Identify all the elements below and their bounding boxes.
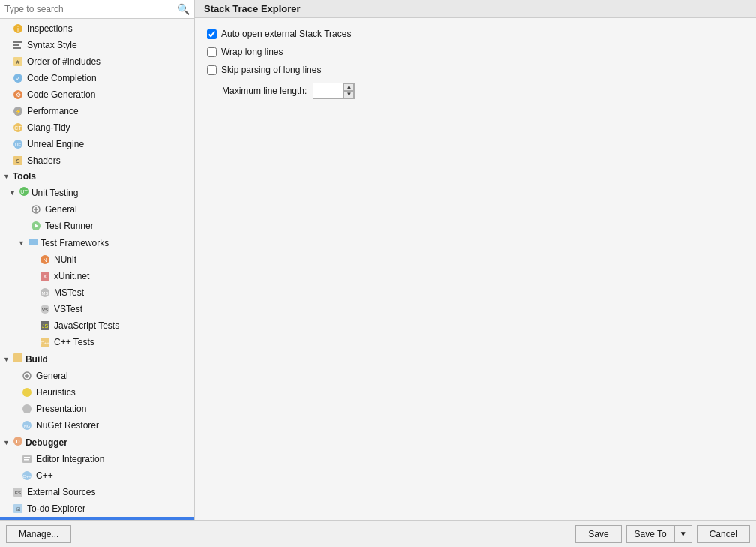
save-to-split: Save To ▼ <box>626 525 692 543</box>
frameworks-icon <box>28 236 38 249</box>
svg-text:C++: C++ <box>40 341 50 345</box>
svg-text:✓: ✓ <box>16 75 21 82</box>
sidebar-item-mstest[interactable]: MS MSTest <box>0 284 194 301</box>
sidebar-item-inspections[interactable]: i Inspections <box>0 20 194 37</box>
unit-testing-icon: UT <box>19 186 29 199</box>
sidebar-item-general-build[interactable]: General <box>0 368 194 384</box>
xunit-label: xUnit.net <box>54 269 191 283</box>
clang-icon: CT <box>12 122 24 134</box>
sidebar-item-vstest[interactable]: VS VSTest <box>0 301 194 317</box>
sidebar-item-nuget-restorer[interactable]: NG NuGet Restorer <box>0 417 194 434</box>
tools-group-label: Tools <box>13 171 36 182</box>
search-box: 🔍 <box>0 0 194 19</box>
sidebar-item-heuristics[interactable]: Heuristics <box>0 384 194 401</box>
completion-icon: ✓ <box>12 72 24 84</box>
svg-text:i: i <box>17 26 19 33</box>
svg-point-43 <box>22 388 32 397</box>
sidebar-item-syntax-style[interactable]: Syntax Style <box>0 37 194 53</box>
heuristics-label: Heuristics <box>36 386 191 399</box>
external-sources-label: External Sources <box>27 485 191 499</box>
manage-button[interactable]: Manage... <box>6 525 71 543</box>
cpp-tests-icon: C++ <box>39 336 51 348</box>
debugger-icon: D <box>13 436 23 449</box>
tree-container[interactable]: i Inspections Syntax Style # Order of #i… <box>0 19 194 520</box>
code-completion-label: Code Completion <box>27 71 191 85</box>
search-input[interactable] <box>4 4 177 14</box>
sidebar-item-clang-tidy[interactable]: CT Clang-Tidy <box>0 119 194 136</box>
max-line-length-spinner[interactable]: 500 ▲ ▼ <box>313 83 355 99</box>
max-line-length-label: Maximum line length: <box>222 86 307 96</box>
wrap-lines-checkbox[interactable] <box>207 47 217 57</box>
svg-text:UE: UE <box>15 143 21 147</box>
svg-text:⚙: ⚙ <box>16 92 21 98</box>
skip-parsing-checkbox[interactable] <box>207 65 217 75</box>
svg-rect-51 <box>24 459 28 461</box>
sidebar-item-code-generation[interactable]: ⚙ Code Generation <box>0 86 194 103</box>
presentation-label: Presentation <box>36 402 191 416</box>
sidebar-item-order-includes[interactable]: # Order of #includes <box>0 53 194 70</box>
save-to-dropdown-button[interactable]: ▼ <box>674 525 692 543</box>
group-unit-testing[interactable]: ▼ UT Unit Testing <box>0 184 194 201</box>
svg-rect-39 <box>14 353 22 362</box>
panel-header: Stack Trace Explorer <box>195 0 756 18</box>
spinner-down-button[interactable]: ▼ <box>344 91 354 98</box>
js-tests-label: JavaScript Tests <box>54 319 191 332</box>
svg-rect-26 <box>28 239 38 245</box>
group-test-frameworks[interactable]: ▼ Test Frameworks <box>0 234 194 251</box>
svg-text:☑: ☑ <box>16 507 20 512</box>
external-sources-icon: ES <box>12 486 24 498</box>
order-includes-label: Order of #includes <box>27 55 191 68</box>
sidebar-item-unreal-engine[interactable]: UE Unreal Engine <box>0 136 194 152</box>
svg-text:D: D <box>16 439 20 444</box>
save-button[interactable]: Save <box>575 525 621 543</box>
presentation-icon <box>21 403 33 415</box>
sidebar-item-performance[interactable]: ⚡ Performance <box>0 103 194 119</box>
group-tools[interactable]: ▼ Tools <box>0 169 194 184</box>
skip-parsing-label[interactable]: Skip parsing of long lines <box>221 65 321 75</box>
sidebar-item-test-runner[interactable]: Test Runner <box>0 218 194 234</box>
bottom-bar: Manage... Save Save To ▼ Cancel <box>0 520 756 547</box>
xunit-icon: X <box>39 270 51 282</box>
save-to-button[interactable]: Save To <box>626 525 674 543</box>
main-container: 🔍 i Inspections Syntax Style # <box>0 0 756 520</box>
tools-arrow: ▼ <box>3 173 10 180</box>
sidebar-item-js-tests[interactable]: JS JavaScript Tests <box>0 317 194 334</box>
max-line-length-input[interactable]: 500 <box>314 84 344 98</box>
wrap-lines-label[interactable]: Wrap long lines <box>221 47 284 57</box>
sidebar-item-external-sources[interactable]: ES External Sources <box>0 484 194 500</box>
sidebar-item-nunit[interactable]: N NUnit <box>0 251 194 268</box>
sidebar-item-editor-integration[interactable]: Editor Integration <box>0 451 194 467</box>
sidebar-item-cpp2[interactable]: C++ C++ <box>0 467 194 484</box>
max-line-length-row: Maximum line length: 500 ▲ ▼ <box>207 83 744 99</box>
svg-rect-2 <box>14 41 22 43</box>
auto-open-label[interactable]: Auto open external Stack Traces <box>221 29 351 39</box>
auto-open-checkbox[interactable] <box>207 29 217 39</box>
inspections-icon: i <box>12 23 24 35</box>
sidebar-item-xunit[interactable]: X xUnit.net <box>0 268 194 284</box>
frameworks-arrow: ▼ <box>18 239 25 247</box>
editor-integration-icon <box>21 453 33 465</box>
clang-tidy-label: Clang-Tidy <box>27 121 191 134</box>
sidebar-item-cpp-tests[interactable]: C++ C++ Tests <box>0 334 194 350</box>
sidebar-item-general-ut[interactable]: General <box>0 201 194 218</box>
spinner-up-button[interactable]: ▲ <box>344 83 354 91</box>
unit-testing-label: Unit Testing <box>32 188 78 198</box>
group-debugger[interactable]: ▼ D Debugger <box>0 434 194 451</box>
sidebar: 🔍 i Inspections Syntax Style # <box>0 0 195 520</box>
sidebar-item-todo-explorer[interactable]: ☑ To-do Explorer <box>0 500 194 517</box>
group-build[interactable]: ▼ Build <box>0 350 194 368</box>
todo-explorer-label: To-do Explorer <box>27 502 191 515</box>
svg-text:N: N <box>43 257 46 263</box>
svg-text:#: # <box>16 59 20 65</box>
search-icon: 🔍 <box>177 3 190 15</box>
sidebar-item-shaders[interactable]: S Shaders <box>0 152 194 169</box>
build-icon <box>13 353 23 365</box>
performance-icon: ⚡ <box>12 105 24 117</box>
inspections-label: Inspections <box>27 22 191 35</box>
cancel-button[interactable]: Cancel <box>697 525 750 543</box>
nunit-icon: N <box>39 254 51 266</box>
svg-text:C++: C++ <box>22 474 32 479</box>
nunit-label: NUnit <box>54 253 191 266</box>
sidebar-item-presentation[interactable]: Presentation <box>0 401 194 417</box>
sidebar-item-code-completion[interactable]: ✓ Code Completion <box>0 70 194 86</box>
